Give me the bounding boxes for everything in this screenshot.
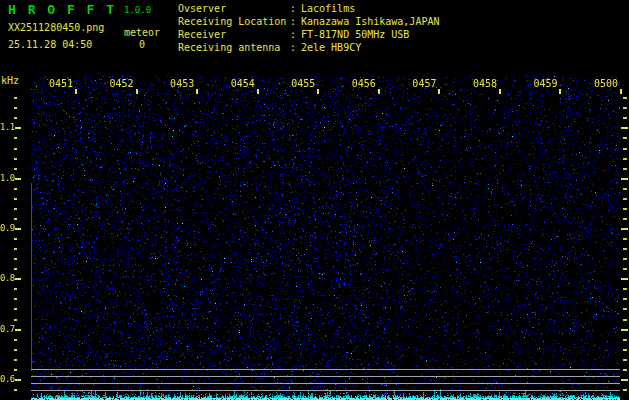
- freq-minor-tick-right: [623, 268, 627, 270]
- info-label: Receiving Location: [178, 15, 290, 28]
- info-value: Lacofilms: [301, 3, 355, 14]
- meteor-count: 0: [139, 39, 145, 50]
- freq-major-tick-left: [15, 379, 21, 381]
- freq-minor-tick-right: [623, 288, 627, 290]
- freq-minor-tick-right: [623, 389, 627, 391]
- time-label: 0500: [594, 78, 618, 89]
- time-tick: [378, 89, 380, 94]
- freq-label: 1.1: [0, 122, 14, 132]
- freq-minor-tick-left: [14, 117, 17, 119]
- freq-minor-tick-right: [623, 218, 627, 220]
- freq-minor-tick-right: [623, 238, 627, 240]
- freq-minor-tick-right: [623, 208, 627, 210]
- freq-minor-tick-right: [623, 298, 627, 300]
- freq-minor-tick-left: [14, 359, 17, 361]
- freq-minor-tick-right: [623, 319, 627, 321]
- reference-line: [31, 390, 620, 391]
- freq-minor-tick-left: [14, 198, 17, 200]
- time-tick: [75, 89, 77, 94]
- freq-label: 0.7: [0, 324, 14, 334]
- freq-minor-tick-left: [14, 389, 17, 391]
- info-value: FT-817ND 50MHz USB: [301, 29, 409, 40]
- time-tick: [499, 89, 501, 94]
- freq-major-tick-left: [15, 127, 21, 129]
- freq-major-tick-right: [621, 329, 628, 331]
- freq-label: 0.6: [0, 374, 14, 384]
- time-label: 0457: [412, 78, 436, 89]
- info-row: Ovserver:Lacofilms: [178, 2, 439, 15]
- freq-minor-tick-left: [14, 168, 17, 170]
- mode-label: meteor: [124, 27, 160, 38]
- time-label: 0451: [49, 78, 73, 89]
- freq-minor-tick-right: [623, 158, 627, 160]
- freq-major-tick-left: [15, 178, 21, 180]
- freq-minor-tick-right: [623, 349, 627, 351]
- info-value: Kanazawa Ishikawa,JAPAN: [301, 16, 439, 27]
- freq-major-tick-right: [621, 178, 628, 180]
- freq-minor-tick-right: [623, 198, 627, 200]
- freq-minor-tick-left: [14, 158, 17, 160]
- time-label: 0458: [473, 78, 497, 89]
- time-tick: [257, 89, 259, 94]
- info-label: Ovserver: [178, 2, 290, 15]
- freq-major-tick-right: [621, 278, 628, 280]
- freq-minor-tick-left: [14, 319, 17, 321]
- output-filename: XX2511280450.png: [8, 22, 104, 33]
- info-separator: :: [290, 28, 296, 41]
- freq-major-tick-right: [621, 228, 628, 230]
- time-label: 0454: [231, 78, 255, 89]
- time-tick: [620, 89, 622, 94]
- freq-major-tick-left: [15, 278, 21, 280]
- freq-minor-tick-left: [14, 288, 17, 290]
- spectrogram-canvas: [31, 76, 620, 400]
- freq-minor-tick-left: [14, 248, 17, 250]
- freq-major-tick-right: [621, 379, 628, 381]
- freq-minor-tick-right: [623, 359, 627, 361]
- freq-minor-tick-right: [623, 258, 627, 260]
- time-label: 0453: [170, 78, 194, 89]
- reference-line: [31, 376, 620, 377]
- info-separator: :: [290, 15, 296, 28]
- freq-minor-tick-right: [623, 107, 627, 109]
- station-info-table: Ovserver:LacofilmsReceiving Location:Kan…: [178, 2, 439, 54]
- freq-minor-tick-right: [623, 248, 627, 250]
- freq-major-tick-left: [15, 228, 21, 230]
- freq-minor-tick-right: [623, 188, 627, 190]
- freq-axis-unit-label: kHz: [1, 75, 19, 86]
- freq-minor-tick-left: [14, 298, 17, 300]
- time-tick: [559, 89, 561, 94]
- freq-minor-tick-right: [623, 148, 627, 150]
- app-version: 1.0.0: [124, 5, 151, 15]
- time-tick: [136, 89, 138, 94]
- freq-minor-tick-left: [14, 268, 17, 270]
- freq-minor-tick-right: [623, 97, 627, 99]
- freq-minor-tick-left: [14, 238, 17, 240]
- reference-line: [31, 383, 620, 384]
- freq-minor-tick-left: [14, 218, 17, 220]
- freq-minor-tick-left: [14, 308, 17, 310]
- freq-major-tick-right: [621, 127, 628, 129]
- axis-vertical-line: [31, 183, 32, 371]
- time-label: 0456: [352, 78, 376, 89]
- time-label: 0455: [291, 78, 315, 89]
- time-label: 0452: [110, 78, 134, 89]
- freq-label: 0.8: [0, 273, 14, 283]
- freq-label: 0.9: [0, 223, 14, 233]
- info-row: Receiving antenna:2ele HB9CY: [178, 41, 439, 54]
- freq-minor-tick-left: [14, 188, 17, 190]
- freq-minor-tick-left: [14, 107, 17, 109]
- info-label: Receiver: [178, 28, 290, 41]
- freq-minor-tick-left: [14, 148, 17, 150]
- time-tick: [317, 89, 319, 94]
- freq-minor-tick-right: [623, 117, 627, 119]
- freq-label: 1.0: [0, 173, 14, 183]
- time-tick: [196, 89, 198, 94]
- freq-minor-tick-left: [14, 97, 17, 99]
- info-separator: :: [290, 41, 296, 54]
- freq-minor-tick-right: [623, 339, 627, 341]
- observation-datetime: 25.11.28 04:50: [8, 39, 92, 50]
- freq-minor-tick-left: [14, 349, 17, 351]
- info-value: 2ele HB9CY: [301, 42, 361, 53]
- freq-minor-tick-right: [623, 308, 627, 310]
- info-row: Receiving Location:Kanazawa Ishikawa,JAP…: [178, 15, 439, 28]
